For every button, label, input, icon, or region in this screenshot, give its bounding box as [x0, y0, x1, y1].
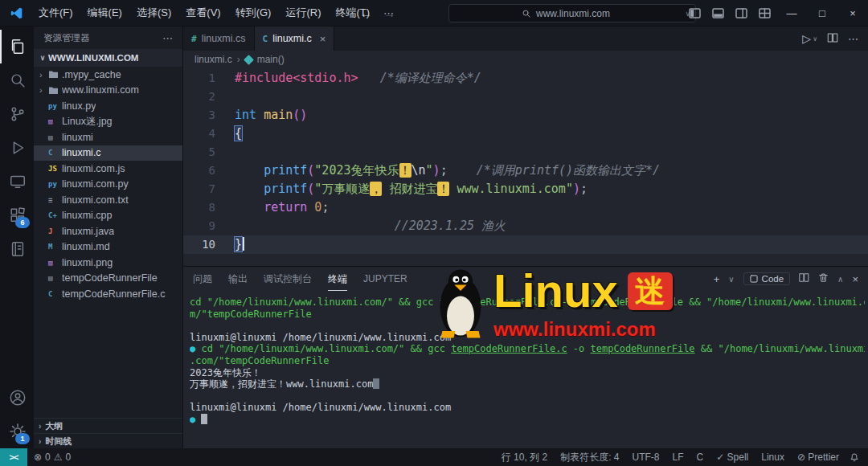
tree-item[interactable]: ▨Linux迷.jpg	[34, 114, 182, 130]
editor-tab[interactable]: #linuxmi.cs	[183, 27, 255, 51]
code-text: }	[215, 235, 244, 254]
code-line[interactable]: 6 printf("2023兔年快乐！\n"); /*调用printf()函数输…	[183, 161, 868, 180]
tree-item[interactable]: pylinux.py	[34, 98, 182, 114]
workspace-root[interactable]: ∨ WWW.LINUXMI.COM	[34, 49, 182, 67]
code-line[interactable]: 3int main()	[183, 106, 868, 125]
file-name: linuxmi.com.py	[62, 178, 129, 190]
status-item[interactable]: LF	[665, 452, 690, 463]
back-icon[interactable]: ←	[360, 6, 372, 20]
status-item[interactable]: ✓ Spell	[710, 452, 755, 463]
close-panel-icon[interactable]: ×	[852, 273, 858, 285]
toggle-panel-icon[interactable]	[712, 8, 724, 18]
activity-remote-explorer[interactable]	[0, 165, 34, 198]
menu-item[interactable]: 编辑(E)	[80, 0, 129, 26]
activity-notebook[interactable]	[0, 232, 34, 266]
code-line[interactable]: 9 //2023.1.25 渔火	[183, 217, 868, 235]
panel-tab[interactable]: JUPYTER	[363, 268, 407, 291]
menu-item[interactable]: 运行(R)	[278, 0, 328, 26]
status-item[interactable]: UTF-8	[625, 452, 665, 463]
command-center-search[interactable]: www.linuxmi.com ∨	[448, 4, 696, 22]
new-terminal-icon[interactable]: +	[714, 273, 720, 285]
terminal-dropdown-icon[interactable]: ∨	[728, 275, 734, 284]
breadcrumb-file[interactable]: linuxmi.c	[194, 54, 232, 65]
editor-tab[interactable]: Clinuxmi.c×	[255, 27, 335, 51]
activity-account[interactable]	[0, 381, 34, 415]
panel-tab[interactable]: 问题	[193, 268, 212, 291]
status-item[interactable]: Linux	[755, 452, 791, 463]
close-tab-icon[interactable]: ×	[320, 33, 326, 45]
line-number: 4	[183, 125, 215, 143]
tree-item[interactable]: Jlinuxmi.java	[34, 223, 182, 239]
activity-run-debug[interactable]	[0, 131, 34, 165]
bell-icon[interactable]	[845, 452, 868, 463]
forward-icon[interactable]: →	[383, 6, 395, 20]
menu-item[interactable]: 选择(S)	[129, 0, 178, 26]
activity-search[interactable]	[0, 63, 34, 97]
problems-status[interactable]: ⊗ 0 ⚠ 0	[27, 452, 77, 463]
tree-item[interactable]: ≡linuxmi.com.txt	[34, 192, 182, 208]
tree-item[interactable]: ▤linuxmi	[34, 129, 182, 145]
terminal-profile-chip[interactable]: Code	[743, 272, 791, 285]
tree-item[interactable]: ›www.linuxmi.com	[34, 83, 182, 99]
search-icon	[522, 9, 531, 18]
code-line[interactable]: 7 printf("万事顺遂， 招财进宝！ www.linuxmi.com");	[183, 180, 868, 198]
status-item[interactable]: C	[690, 452, 710, 463]
tree-item[interactable]: Clinuxmi.c	[34, 145, 182, 161]
split-terminal-icon[interactable]	[799, 272, 809, 285]
activity-extensions[interactable]: 6	[0, 198, 34, 232]
sidebar-more-actions-icon[interactable]: ⋯	[162, 32, 173, 44]
breadcrumb-symbol[interactable]: main()	[257, 54, 285, 65]
code-editor[interactable]: 1#include<stdio.h> /*编译处理命令*/23int main(…	[183, 68, 868, 266]
timeline-section[interactable]: › 时间线	[34, 433, 182, 448]
tree-item[interactable]: ▤tempCodeRunnerFile	[34, 271, 182, 287]
minimize-button[interactable]: —	[776, 0, 807, 26]
status-bar: >< ⊗ 0 ⚠ 0 行 10, 列 2制表符长度: 4UTF-8LFC✓ Sp…	[0, 448, 868, 466]
activity-explorer[interactable]	[0, 30, 34, 63]
outline-section[interactable]: › 大纲	[34, 418, 182, 433]
tree-item[interactable]: pylinuxmi.com.py	[34, 177, 182, 193]
panel-header: 问题输出调试控制台终端JUPYTER + ∨ Code	[183, 267, 868, 291]
menu-item[interactable]: 转到(G)	[228, 0, 279, 26]
code-text: return 0;	[215, 198, 329, 217]
status-item[interactable]: ⊘ Prettier	[791, 452, 845, 463]
status-item[interactable]: 行 10, 列 2	[495, 451, 554, 464]
line-number: 9	[183, 217, 215, 235]
close-button[interactable]: ×	[837, 0, 868, 26]
code-line[interactable]: 8 return 0;	[183, 198, 868, 217]
run-file-button[interactable]: ▷∨	[802, 32, 817, 45]
maximize-button[interactable]: □	[807, 0, 837, 26]
activity-settings-gear[interactable]: 1	[0, 415, 34, 448]
code-line[interactable]: 10}	[183, 235, 868, 254]
terminal-output[interactable]: cd "/home/linuxmi/www.linuxmi.com/" && g…	[190, 296, 865, 448]
panel-tab[interactable]: 调试控制台	[264, 268, 312, 291]
menu-item[interactable]: 文件(F)	[31, 0, 80, 26]
code-line[interactable]: 2	[183, 88, 868, 106]
code-line[interactable]: 4{	[183, 125, 868, 143]
toggle-sidebar-icon[interactable]	[689, 8, 701, 18]
tree-item[interactable]: C+linuxmi.cpp	[34, 208, 182, 224]
toggle-secondary-sidebar-icon[interactable]	[735, 8, 747, 18]
settings-badge: 1	[15, 433, 30, 444]
code-text: int main()	[215, 106, 307, 125]
code-line[interactable]: 1#include<stdio.h> /*编译处理命令*/	[183, 69, 868, 88]
kill-terminal-icon[interactable]	[818, 272, 829, 285]
panel-tab[interactable]: 输出	[228, 268, 248, 291]
activity-source-control[interactable]	[0, 97, 34, 131]
maximize-panel-icon[interactable]: ∧	[837, 275, 843, 284]
tree-item[interactable]: ›.mypy_cache	[34, 67, 182, 83]
tree-item[interactable]: JSlinuxmi.com.js	[34, 161, 182, 177]
breadcrumb[interactable]: linuxmi.c › main()	[183, 51, 868, 68]
code-line[interactable]: 5	[183, 143, 868, 161]
remote-indicator[interactable]: ><	[0, 448, 27, 466]
menu-item[interactable]: 查看(V)	[178, 0, 227, 26]
customize-layout-icon[interactable]	[759, 8, 771, 18]
tree-item[interactable]: CtempCodeRunnerFile.c	[34, 286, 182, 302]
panel-tab[interactable]: 终端	[328, 268, 347, 291]
split-editor-icon[interactable]	[827, 32, 838, 46]
tree-item[interactable]: ▨linuxmi.png	[34, 255, 182, 271]
editor-more-actions-icon[interactable]: ⋯	[848, 33, 858, 45]
chevron-right-icon: ›	[237, 54, 240, 65]
timeline-label: 时间线	[45, 435, 72, 448]
status-item[interactable]: 制表符长度: 4	[554, 451, 625, 464]
tree-item[interactable]: Mlinuxmi.md	[34, 239, 182, 255]
